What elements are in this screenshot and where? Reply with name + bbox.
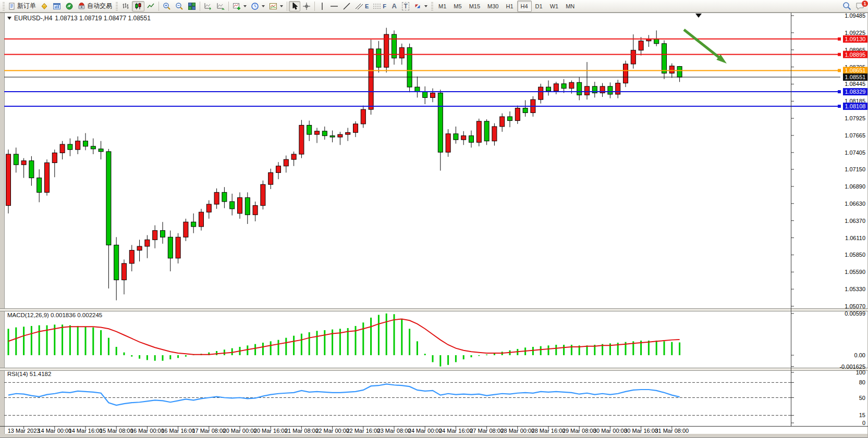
candle bbox=[299, 120, 304, 158]
notifications-button[interactable]: 1 bbox=[853, 1, 867, 11]
templates-button[interactable] bbox=[267, 1, 285, 11]
trendline-tool-button[interactable] bbox=[340, 1, 353, 11]
time-tick-label[interactable]: 21 Mar 08:00 bbox=[285, 428, 319, 434]
tf-button-m15[interactable]: M15 bbox=[466, 1, 484, 12]
zoom-in-button[interactable] bbox=[161, 1, 173, 11]
chart-menu-triangle-icon[interactable] bbox=[7, 17, 11, 20]
candle-body bbox=[446, 134, 450, 152]
time-tick-label[interactable]: 13 Mar 2023 bbox=[8, 428, 40, 434]
panel-separator[interactable] bbox=[0, 309, 868, 311]
price-tick-label: 1.06890 bbox=[845, 183, 865, 190]
candle-body bbox=[338, 134, 343, 137]
hline-anchor[interactable] bbox=[838, 90, 841, 93]
tf-button-w1[interactable]: W1 bbox=[546, 1, 563, 12]
time-tick-label[interactable]: 27 Mar 08:00 bbox=[470, 428, 504, 434]
candle-body bbox=[508, 117, 512, 121]
time-tick-label[interactable]: 29 Mar 08:00 bbox=[563, 428, 596, 434]
new-order-icon bbox=[8, 3, 16, 10]
time-tick-label[interactable]: 24 Mar 00:00 bbox=[408, 428, 442, 434]
tf-button-d1[interactable]: D1 bbox=[532, 1, 546, 12]
tf-button-h1[interactable]: H1 bbox=[502, 1, 517, 12]
candlestick-chart-icon bbox=[134, 2, 142, 10]
candle-body bbox=[114, 245, 119, 280]
chart-shift-button[interactable] bbox=[214, 1, 227, 11]
time-tick-label[interactable]: 30 Mar 00:00 bbox=[593, 428, 627, 434]
price-tick-label: 1.05330 bbox=[845, 286, 865, 292]
time-tick-label[interactable]: 15 Mar 08:00 bbox=[100, 428, 133, 434]
price-tick-label: 1.07665 bbox=[845, 132, 865, 139]
hline-anchor[interactable] bbox=[838, 37, 841, 41]
time-tick-label[interactable]: 16 Mar 16:00 bbox=[161, 428, 195, 434]
time-tick-label[interactable]: 22 Mar 00:00 bbox=[315, 428, 349, 434]
line-chart-mode-button[interactable] bbox=[144, 1, 157, 11]
text-tool-button[interactable]: A bbox=[388, 1, 400, 11]
rsi-tick-label: 0 bbox=[862, 420, 865, 426]
hline-anchor[interactable] bbox=[838, 53, 841, 56]
toolbar-grip[interactable] bbox=[431, 2, 433, 10]
tf-button-m5[interactable]: M5 bbox=[450, 1, 465, 12]
candle-body bbox=[407, 47, 412, 87]
horizontal-line-tool-button[interactable] bbox=[328, 1, 340, 11]
gold-seal-icon bbox=[40, 2, 48, 10]
candle-body bbox=[222, 192, 227, 202]
vertical-line-tool-button[interactable] bbox=[316, 1, 328, 11]
text-label-tool-button[interactable]: T bbox=[400, 1, 411, 11]
tile-windows-button[interactable] bbox=[186, 1, 198, 11]
candle-body bbox=[29, 161, 34, 178]
time-tick-label[interactable]: 17 Mar 08:00 bbox=[192, 428, 226, 434]
hline-anchor[interactable] bbox=[838, 105, 841, 108]
time-tick-label[interactable]: 14 Mar 16:00 bbox=[69, 428, 103, 434]
bar-chart-mode-button[interactable] bbox=[119, 1, 132, 11]
candle-body bbox=[245, 197, 250, 215]
autotrade-button[interactable]: 自动交易 bbox=[76, 1, 114, 11]
chart-canvas[interactable]: 1.094851.092251.089651.087051.084451.081… bbox=[0, 0, 868, 438]
time-tick-label[interactable]: 28 Mar 16:00 bbox=[532, 428, 566, 434]
candle-body bbox=[577, 82, 582, 95]
periods-button[interactable] bbox=[249, 1, 267, 11]
toolbar-grip[interactable] bbox=[3, 2, 5, 10]
candle-chart-mode-button[interactable] bbox=[132, 1, 144, 11]
arrows-tool-button[interactable] bbox=[411, 1, 430, 11]
channel-tool-button[interactable]: E bbox=[353, 1, 371, 11]
time-tick-label[interactable]: 24 Mar 16:00 bbox=[439, 428, 473, 434]
crosshair-tool-button[interactable] bbox=[300, 1, 313, 11]
candle-body bbox=[253, 206, 258, 215]
candle-body bbox=[199, 212, 204, 227]
tf-button-m1[interactable]: M1 bbox=[435, 1, 450, 12]
chart-window-icon bbox=[53, 2, 61, 10]
hline-anchor[interactable] bbox=[838, 69, 841, 72]
time-tick-label[interactable]: 20 Mar 00:00 bbox=[223, 428, 257, 434]
zoom-out-button[interactable] bbox=[173, 1, 186, 11]
tf-button-h4[interactable]: H4 bbox=[517, 1, 532, 12]
price-label-text: 1.08108 bbox=[845, 103, 866, 109]
panel-separator[interactable] bbox=[0, 368, 868, 370]
search-button[interactable] bbox=[840, 1, 853, 11]
market-watch-button[interactable] bbox=[38, 1, 51, 11]
new-order-button[interactable]: 新订单 bbox=[6, 1, 38, 11]
time-tick-label[interactable]: 16 Mar 00:00 bbox=[130, 428, 164, 434]
time-tick-label[interactable]: 28 Mar 00:00 bbox=[500, 428, 534, 434]
fibonacci-tool-button[interactable]: F bbox=[371, 1, 388, 11]
tf-button-mn[interactable]: MN bbox=[562, 1, 578, 12]
time-tick-label[interactable]: 14 Mar 00:00 bbox=[38, 428, 71, 434]
time-tick-label[interactable]: 22 Mar 16:00 bbox=[346, 428, 380, 434]
time-tick-label[interactable]: 20 Mar 16:00 bbox=[254, 428, 288, 434]
auto-scroll-button[interactable] bbox=[202, 1, 214, 11]
candle-body bbox=[91, 146, 95, 149]
signal-button[interactable] bbox=[63, 1, 76, 11]
chart-list-button[interactable] bbox=[51, 1, 63, 11]
time-tick-label[interactable]: 23 Mar 08:00 bbox=[377, 428, 411, 434]
indicators-button[interactable] bbox=[230, 1, 249, 11]
time-tick-label[interactable]: 30 Mar 16:00 bbox=[624, 428, 658, 434]
time-tick-label[interactable]: 31 Mar 08:00 bbox=[655, 428, 689, 434]
notification-badge: 1 bbox=[862, 1, 868, 7]
candle-body bbox=[361, 109, 365, 124]
toolbar-grip[interactable] bbox=[116, 2, 118, 10]
price-tick-label: 1.05850 bbox=[845, 252, 865, 258]
candle-body bbox=[37, 178, 42, 193]
tf-button-m30[interactable]: M30 bbox=[484, 1, 502, 12]
chart-shift-icon bbox=[216, 2, 225, 10]
candle-body bbox=[184, 222, 188, 237]
candle-body bbox=[346, 132, 350, 134]
cursor-tool-button[interactable] bbox=[289, 1, 300, 11]
